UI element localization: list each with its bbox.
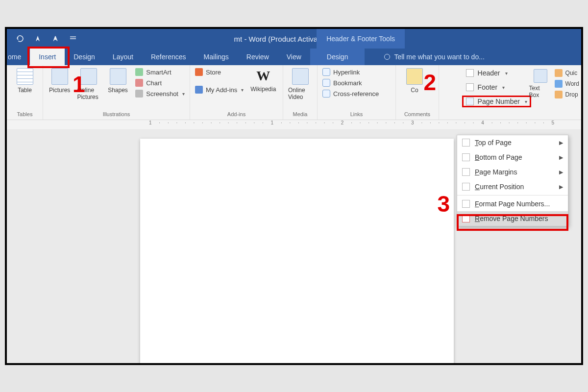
tab-mailings[interactable]: Mailings <box>195 49 237 65</box>
shapes-icon <box>110 68 126 85</box>
submenu-arrow-icon: ▶ <box>559 184 563 190</box>
tell-me-placeholder: Tell me what you want to do... <box>394 53 484 61</box>
quick-parts-icon <box>555 69 563 77</box>
bottom-of-page-icon <box>462 153 470 161</box>
footer-button[interactable]: Footer▾ <box>463 82 530 92</box>
quick-access-toolbar <box>7 34 77 43</box>
chart-button[interactable]: Chart <box>135 79 185 87</box>
ribbon: Table Tables Pictures Online Pictures Sh… <box>7 65 581 120</box>
format-a-icon[interactable] <box>51 34 60 43</box>
addins-icon <box>195 86 203 94</box>
ruler: 1 · · · · · · · · · · · · · 1 · · · · · … <box>7 120 581 130</box>
bookmark-button[interactable]: Bookmark <box>322 79 379 87</box>
tab-home[interactable]: ome <box>7 49 30 65</box>
group-label-illustrations: Illustrations <box>48 111 185 119</box>
top-of-page-icon <box>462 139 470 147</box>
menu-format-page-numbers[interactable]: Format Page Numbers... <box>457 196 568 211</box>
page-number-icon <box>466 98 474 105</box>
menu-top-of-page[interactable]: Top of Page▶ <box>457 135 568 150</box>
group-label-comments: Comments <box>401 111 434 119</box>
tab-design-contextual[interactable]: Design <box>310 49 365 65</box>
group-tables: Table Tables <box>7 65 43 120</box>
group-illustrations: Pictures Online Pictures Shapes SmartArt… <box>43 65 190 120</box>
comment-button[interactable]: Co <box>401 68 428 94</box>
remove-page-numbers-icon <box>462 215 470 222</box>
lightbulb-icon <box>384 54 390 60</box>
store-button[interactable]: Store <box>195 68 244 76</box>
menu-page-margins[interactable]: Page Margins▶ <box>457 165 568 179</box>
online-video-button[interactable]: Online Video <box>288 68 312 100</box>
contextual-tab-label: Header & Footer Tools <box>317 29 405 49</box>
document-page[interactable] <box>140 139 454 363</box>
page-margins-icon <box>462 168 470 176</box>
wordart-icon <box>555 80 563 88</box>
comment-icon <box>406 68 423 85</box>
bookmark-icon <box>322 79 330 87</box>
cross-reference-button[interactable]: Cross-reference <box>322 90 379 98</box>
drop-cap-button[interactable]: Drop <box>555 91 579 98</box>
word-window: mt - Word (Product Activation Failed) He… <box>5 27 583 365</box>
pictures-icon <box>51 68 68 85</box>
title-bar: mt - Word (Product Activation Failed) He… <box>7 29 581 49</box>
tab-review[interactable]: Review <box>238 49 278 65</box>
menu-remove-page-numbers[interactable]: Remove Page Numbers <box>457 211 568 226</box>
ribbon-tabs: ome Insert Design Layout References Mail… <box>7 49 581 65</box>
my-addins-button[interactable]: My Add-ins▾ <box>195 86 244 94</box>
submenu-arrow-icon: ▶ <box>559 169 563 175</box>
drop-cap-icon <box>555 91 563 98</box>
quick-parts-button[interactable]: Quic <box>555 69 579 77</box>
font-color-icon[interactable] <box>33 34 42 43</box>
group-header-footer: Header▾ Footer▾ Page Number▾ <box>461 68 532 106</box>
current-position-icon <box>462 183 470 191</box>
screenshot-icon <box>135 90 143 98</box>
tab-references[interactable]: References <box>142 49 195 65</box>
wikipedia-icon: W <box>256 68 270 84</box>
group-label-links: Links <box>322 111 391 119</box>
table-button[interactable]: Table <box>12 68 38 94</box>
menu-separator <box>457 195 568 196</box>
pictures-button[interactable]: Pictures <box>48 68 71 94</box>
chart-icon <box>135 79 143 87</box>
customize-qat-icon[interactable] <box>69 34 77 43</box>
group-addins: Store My Add-ins▾ WWikipedia Add-ins <box>190 65 283 120</box>
store-icon <box>195 68 203 76</box>
hyperlink-icon <box>322 68 330 76</box>
online-pictures-icon <box>80 68 97 85</box>
submenu-arrow-icon: ▶ <box>559 140 563 146</box>
tab-design[interactable]: Design <box>65 49 104 65</box>
group-comments: Co Comments <box>396 65 439 120</box>
page-number-button[interactable]: Page Number▾ <box>463 97 530 106</box>
screenshot-button[interactable]: Screenshot▾ <box>135 90 185 98</box>
hyperlink-button[interactable]: Hyperlink <box>322 68 379 76</box>
header-button[interactable]: Header▾ <box>463 68 530 78</box>
tell-me-search[interactable]: Tell me what you want to do... <box>384 49 484 65</box>
group-label-tables: Tables <box>12 111 38 119</box>
header-icon <box>466 69 474 77</box>
undo-icon[interactable] <box>16 34 24 43</box>
crossref-icon <box>322 90 330 98</box>
text-box-icon <box>534 69 547 83</box>
tab-view[interactable]: View <box>278 49 310 65</box>
page-number-menu: Top of Page▶ Bottom of Page▶ Page Margin… <box>457 135 568 226</box>
footer-icon <box>466 83 474 91</box>
smartart-button[interactable]: SmartArt <box>135 68 185 76</box>
tab-insert[interactable]: Insert <box>30 49 65 65</box>
group-label-addins: Add-ins <box>195 111 278 119</box>
online-pictures-button[interactable]: Online Pictures <box>77 68 100 100</box>
group-links: Hyperlink Bookmark Cross-reference Links <box>318 65 396 120</box>
format-page-numbers-icon <box>462 200 470 208</box>
wikipedia-button[interactable]: WWikipedia <box>249 68 277 93</box>
menu-label: op of Page <box>478 139 512 147</box>
text-box-button[interactable]: Text Box <box>529 69 552 98</box>
tab-layout[interactable]: Layout <box>104 49 142 65</box>
submenu-arrow-icon: ▶ <box>559 154 563 161</box>
wordart-button[interactable]: Word <box>555 80 579 88</box>
menu-bottom-of-page[interactable]: Bottom of Page▶ <box>457 150 568 165</box>
video-icon <box>292 68 309 85</box>
group-label-media: Media <box>288 111 312 119</box>
table-icon <box>17 68 33 85</box>
shapes-button[interactable]: Shapes <box>106 68 129 94</box>
group-media: Online Video Media <box>283 65 318 120</box>
menu-current-position[interactable]: Current Position▶ <box>457 179 568 194</box>
smartart-icon <box>135 68 143 76</box>
